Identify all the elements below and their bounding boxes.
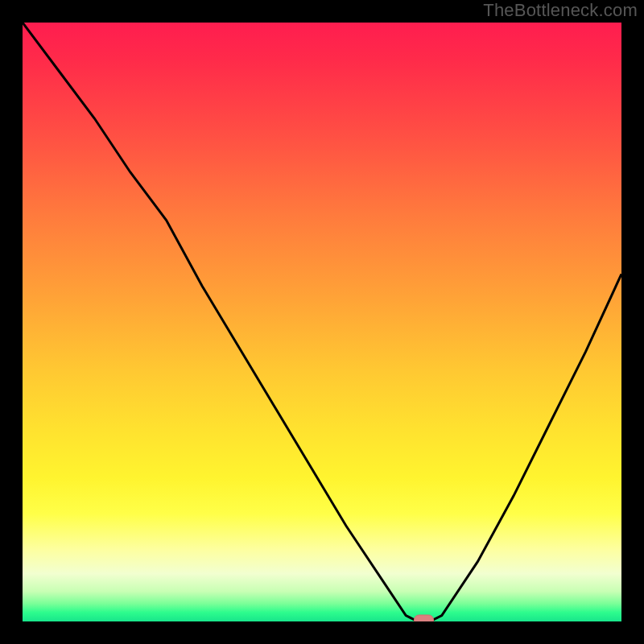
chart-container: TheBottleneck.com: [0, 0, 644, 644]
plot-area: [23, 23, 621, 621]
brand-watermark: TheBottleneck.com: [483, 0, 638, 21]
bottleneck-curve-svg: [23, 23, 621, 621]
bottleneck-curve-line: [23, 23, 621, 621]
optimal-point-marker: [415, 615, 434, 621]
